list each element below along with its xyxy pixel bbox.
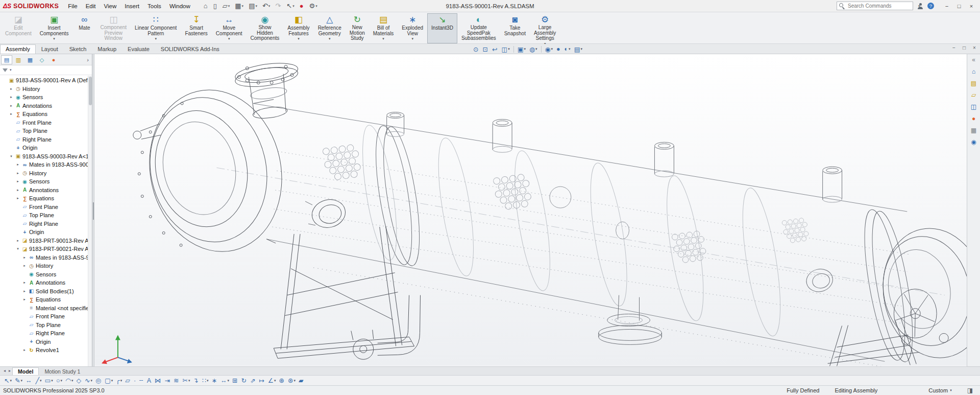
ribbon-assembly-features-button[interactable]: ◧ Assembly Features ▾ [283,13,313,43]
panel-expand-chevron[interactable]: › [85,57,91,63]
tree-item[interactable]: ▱ Top Plane [0,211,92,220]
minimize-button[interactable]: − [941,2,952,11]
tool-select[interactable]: ↖ ▾ [3,376,13,385]
tree-item[interactable]: ▸ ∑ Equations [0,110,92,119]
tree-expander-icon[interactable]: ▸ [22,289,27,293]
graphics-area[interactable] [94,54,967,366]
search-commands-box[interactable]: ▾ [837,2,913,10]
tool-plane[interactable]: ▱ [124,376,132,385]
ribbon-show-hidden-components-button[interactable]: ◉ Show Hidden Components [247,13,284,43]
tool-spline[interactable]: ∿ ▾ [84,376,93,385]
filter-dropdown-icon[interactable]: ▾ [10,68,12,72]
display-style-button[interactable]: ◍ ▾ [528,44,538,54]
tree-item[interactable]: ▱ Right Plane [0,135,92,144]
tree-expander-icon[interactable]: ▸ [15,196,20,200]
section-view-button[interactable]: ◫ ▾ [500,44,510,54]
tree-item[interactable]: ▱ Top Plane [0,321,92,330]
view-orientation-button[interactable]: ▣ ▾ [517,44,527,54]
tool-linear-sketch-pattern[interactable]: ∷ ▾ [201,376,209,385]
tool-rapid-sketch[interactable]: ▰ [298,376,305,385]
tree-expander-icon[interactable]: ▾ [15,247,20,251]
tool-display-delete-relations[interactable]: ∠ ▾ [267,376,277,385]
tree-item[interactable]: ▸ A Annotations [0,186,92,195]
ribbon-linear-component-pattern-button[interactable]: ∷ Linear Component Pattern ▾ [131,13,181,43]
tool-offset-entities[interactable]: ≋ [173,376,180,385]
tab-scroll-right-icon[interactable]: ▸ [7,367,12,375]
help-icon[interactable]: ? [927,3,934,9]
tree-item[interactable]: ▸ ◉ Sensors [0,177,92,186]
tree-item[interactable]: ▸ ◪ 9183-PRT-90013-Rev A<1> ( [0,237,92,245]
options-button[interactable]: ⚙ ▾ [308,2,318,10]
tree-expander-icon[interactable]: ▸ [15,171,20,175]
tree-item[interactable]: ▸ ∑ Equations [0,194,92,203]
tree-item[interactable]: ≡ Material <not specified> [0,304,92,313]
taskpane-file-explorer-button[interactable]: ▱ [969,90,979,100]
undo-button[interactable]: ↶ ▾ [261,2,271,10]
tree-expander-icon[interactable]: ▸ [9,87,14,91]
hide-show-items-button[interactable]: ◉ ▾ [544,44,554,54]
tree-item[interactable]: ▸ A Annotations [0,102,92,110]
tree-item[interactable]: ▸ ∞ Mates in 9183-ASS-90001-Re [0,160,92,169]
tree-item[interactable]: ▱ Front Plane [0,312,92,321]
ribbon-bill-of-materials-button[interactable]: ▤ Bill of Materials ▾ [369,13,398,43]
login-user-icon[interactable] [917,3,923,9]
tree-filter-input[interactable] [14,67,89,74]
tab-sketch[interactable]: Sketch [64,44,92,54]
tree-item[interactable]: + Origin [0,228,92,237]
maximize-button[interactable]: □ [953,2,965,11]
tree-expander-icon[interactable]: ▾ [9,154,14,158]
tool-line[interactable]: ╱ ▾ [35,376,43,385]
tree-expander-icon[interactable]: ▸ [15,162,20,167]
tool-convert-entities[interactable]: ⇥ [163,376,171,385]
tab-scroll-left-icon[interactable]: ◂ [2,367,7,375]
tree-expander-icon[interactable]: ▸ [22,348,27,352]
tree-item[interactable]: ▸ ∑ Equations [0,295,92,304]
taskpane-design-library-button[interactable]: ▤ [969,79,979,88]
tree-item[interactable]: ▾ ▣ 9183-ASS-90003-Rev A<1> (Defa [0,152,92,161]
close-button[interactable]: × [966,2,977,11]
open-button[interactable]: ▱ ▾ [222,2,231,10]
tree-item[interactable]: ▱ Front Plane [0,119,92,127]
tree-item[interactable]: ▾ ◪ 9183-PRT-90021-Rev A<1> ( [0,245,92,253]
tree-item[interactable]: ◉ Sensors [0,270,92,279]
tool-ellipse[interactable]: ◎ [94,376,103,385]
search-input[interactable] [847,3,916,9]
ribbon-edit-component-button[interactable]: ◪ Edit Component [1,13,36,43]
view-settings-button[interactable]: ▤ ▾ [573,44,583,54]
tool-corner-rectangle[interactable]: ▭ ▾ [44,376,54,385]
menu-edit[interactable]: Edit [82,2,100,11]
ribbon-mate-button[interactable]: ∞ Mate [72,13,96,43]
tab-markup[interactable]: Markup [92,44,122,54]
apply-scene-button[interactable]: ◐ ▾ [564,44,572,54]
panel-tab-displaymanager[interactable]: ● [48,55,59,64]
tool-move-entities[interactable]: ↔ ▾ [219,376,230,385]
tool-centerpoint-arc[interactable]: ◠ ▾ [64,376,74,385]
panel-tab-propertymanager[interactable]: ▥ [13,55,24,64]
ribbon-move-component-button[interactable]: ↔ Move Component ▾ [212,13,247,43]
tool-circle[interactable]: ○ ▾ [55,376,63,385]
taskpane-view-palette-button[interactable]: ◫ [969,102,979,111]
task-pane-toggle-icon[interactable]: ◨ [967,387,973,394]
tool-point[interactable]: · [133,376,137,385]
ribbon-reference-geometry-button[interactable]: △ Reference Geometry ▾ [314,13,346,43]
ribbon-exploded-view-button[interactable]: ∗ Exploded View ▾ [398,13,427,43]
tool-stretch-entities[interactable]: ↦ [258,376,265,385]
panel-tab-dimxpertmanager[interactable]: ◇ [36,55,47,64]
tool-repair-sketch[interactable]: ⊕ [278,376,286,385]
tree-expander-icon[interactable]: ▸ [22,264,27,268]
doc-tab-motion-study-1[interactable]: Motion Study 1 [39,367,86,375]
sep1-button[interactable] [513,46,514,53]
tree-item[interactable]: ▸ ◷ History [0,262,92,270]
model-wireframe[interactable] [94,54,967,366]
zoom-to-fit-button[interactable]: ⊙ [472,44,480,54]
menu-tools[interactable]: Tools [143,2,165,11]
tree-expander-icon[interactable]: ▸ [15,239,20,243]
menu-insert[interactable]: Insert [120,2,143,11]
filter-icon[interactable] [3,68,8,72]
tree-expander-icon[interactable]: ▸ [22,255,27,260]
tool-sketch[interactable]: ✎ ▾ [14,376,23,385]
tool-straight-slot[interactable]: ▢ ▾ [104,376,114,385]
home-button[interactable]: ⌂ [203,2,209,10]
tree-item[interactable]: ▸ ∞ Mates in 9183-ASS-9000 [0,253,92,262]
previous-view-button[interactable]: ↩ [491,44,499,54]
